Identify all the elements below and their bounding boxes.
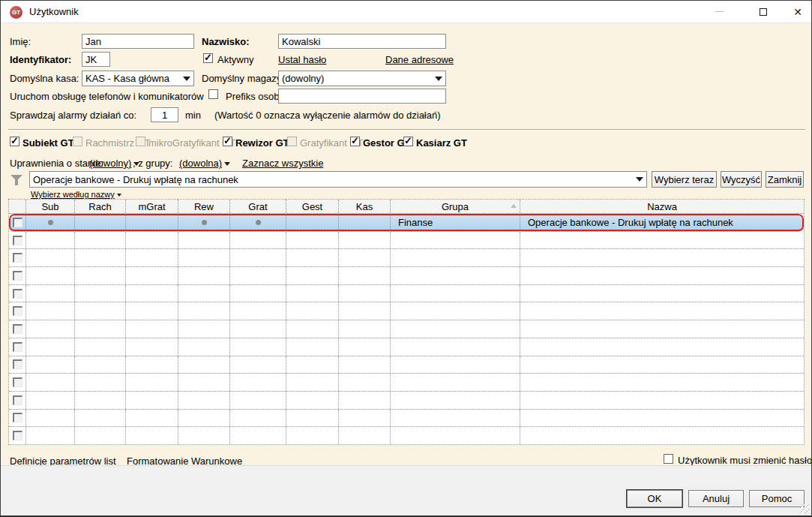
product-checkbox-4[interactable] [223,137,232,146]
alarms-hint: (Wartość 0 oznacza wyłączenie alarmów do… [214,110,441,121]
address-data-link[interactable]: Dane adresowe [385,54,454,65]
row-checkbox[interactable] [13,324,22,334]
row-checkbox[interactable] [13,431,22,440]
row-checkbox-cell [9,427,26,444]
cell-rach [75,232,126,249]
permissions-table: SubRachmGratRewGratGestKasGrupaNazwa Fin… [8,199,805,445]
help-button[interactable]: Pomoc [749,490,805,507]
select-all-link[interactable]: Zaznacz wszystkie [242,158,323,169]
table-row[interactable] [9,320,804,338]
cell-rach [75,338,126,356]
cell-sub [26,267,75,284]
cell-kas [339,249,391,266]
table-row[interactable] [9,338,804,356]
cell-sub [26,285,75,302]
identifier-input[interactable]: JK [82,52,110,67]
app-icon[interactable]: GT [10,6,22,19]
product-checkbox-3[interactable] [136,137,145,146]
table-row[interactable] [9,249,804,267]
cell-rach [75,356,126,374]
table-row[interactable] [9,285,804,303]
close-filter-button[interactable]: Zamknij [766,171,804,188]
cell-grupa [391,267,520,284]
prefix-input[interactable] [278,89,446,104]
cell-grat [230,232,286,249]
product-checkbox-5[interactable] [287,137,297,146]
active-checkbox[interactable] [203,53,213,63]
default-cash-select[interactable]: KAS - Kasa główna [82,71,194,86]
cell-kas [339,374,391,391]
row-checkbox-cell [9,214,26,231]
titlebar[interactable]: GT Użytkownik ✕ [1,1,811,23]
cell-sub [26,410,75,427]
column-header-grupa[interactable]: Grupa [391,200,520,213]
resize-grip[interactable] [800,504,810,514]
maximize-button[interactable] [751,1,776,23]
product-checkbox-2[interactable] [73,137,82,146]
table-row[interactable]: FinanseOperacje bankowe - Drukuj wpłatę … [9,214,804,232]
must-change-password-checkbox[interactable] [664,454,673,464]
row-checkbox[interactable] [13,236,22,245]
ok-button[interactable]: OK [627,490,682,507]
cell-sub [26,232,75,249]
close-button[interactable]: ✕ [785,1,811,23]
row-checkbox-cell [9,302,26,320]
cell-rew [178,214,230,231]
row-checkbox[interactable] [13,271,22,281]
default-warehouse-select[interactable]: (dowolny) [278,71,446,86]
cell-grat [230,410,286,427]
table-row[interactable] [9,267,804,285]
row-checkbox[interactable] [13,253,22,263]
table-row[interactable] [9,302,804,320]
column-header-nazwa[interactable]: Nazwa [520,200,804,213]
row-checkbox[interactable] [13,377,22,387]
product-checkbox-7[interactable] [403,137,413,146]
column-header-sub[interactable]: Sub [26,200,75,213]
cell-nazwa [520,285,804,302]
column-header-rew[interactable]: Rew [178,200,230,213]
product-checkbox-6[interactable] [350,137,360,146]
column-header-mgrat[interactable]: mGrat [126,200,178,213]
cell-grat [230,267,286,284]
row-checkbox[interactable] [13,359,22,369]
column-header-gest[interactable]: Gest [286,200,339,213]
choose-by-name-link[interactable]: Wybierz według nazwy [31,190,121,199]
cell-rach [75,302,126,320]
table-row[interactable] [9,392,804,410]
column-header-rach[interactable]: Rach [75,200,126,213]
row-checkbox[interactable] [13,395,22,405]
cell-rew [178,267,230,284]
cell-kas [339,320,391,338]
row-checkbox[interactable] [13,218,22,227]
set-password-link[interactable]: Ustal hasło [278,54,326,65]
row-checkbox-cell [9,356,26,374]
alarms-interval-input[interactable]: 1 [151,107,178,122]
last-name-input[interactable]: Kowalski [278,34,446,49]
chevron-down-icon [183,77,190,81]
cell-grat [230,392,286,409]
group-filter-link[interactable]: (dowolna) [179,158,230,169]
cell-grat [230,374,286,391]
permission-search-combobox[interactable]: Operacje bankowe - Drukuj wpłatę na rach… [29,171,647,188]
table-row[interactable] [9,356,804,374]
table-row[interactable] [9,232,804,250]
table-row[interactable] [9,427,804,444]
choose-now-button[interactable]: Wybierz teraz [652,171,717,188]
clear-button[interactable]: Wyczyść [721,171,762,188]
row-checkbox[interactable] [13,413,22,422]
product-checkbox-1[interactable] [10,137,19,146]
phones-checkbox[interactable] [208,89,218,99]
row-checkbox[interactable] [13,289,22,299]
minimize-button[interactable] [706,1,732,23]
column-header-grat[interactable]: Grat [230,200,286,213]
row-checkbox[interactable] [13,306,22,316]
table-row[interactable] [9,410,804,428]
cancel-button[interactable]: Anuluj [688,490,744,507]
column-header-kas[interactable]: Kas [339,200,391,213]
phones-label: Uruchom obsługę telefonów i komunikatoró… [10,91,204,102]
row-checkbox[interactable] [13,342,22,352]
table-row[interactable] [9,374,804,392]
first-name-input[interactable]: Jan [82,34,194,49]
row-checkbox-cell [9,249,26,266]
cell-mgrat [126,320,178,338]
